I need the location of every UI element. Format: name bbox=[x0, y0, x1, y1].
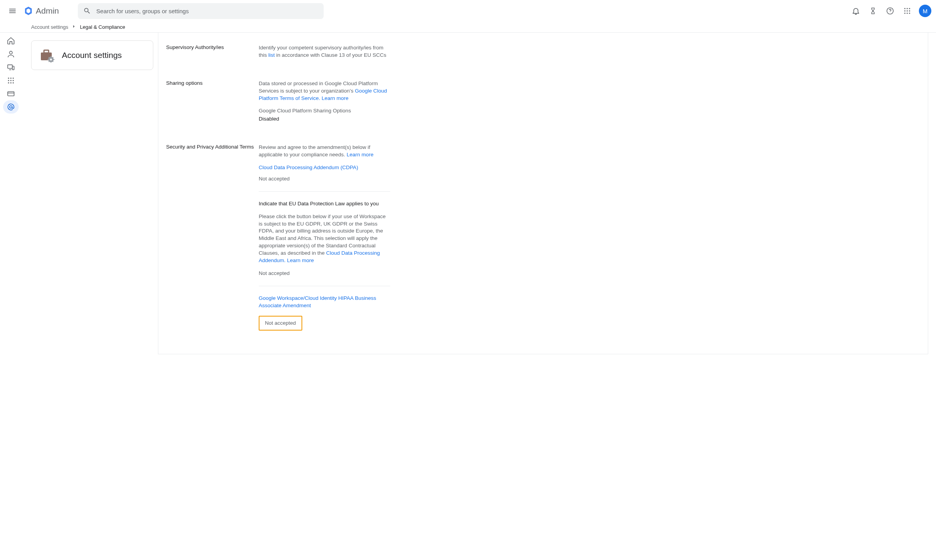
supervisory-list-link[interactable]: list bbox=[268, 52, 275, 58]
search-bar[interactable] bbox=[78, 3, 324, 19]
hourglass-icon bbox=[869, 7, 877, 15]
left-column: Account settings bbox=[22, 33, 158, 354]
svg-rect-12 bbox=[12, 66, 14, 70]
main-menu-button[interactable] bbox=[5, 3, 20, 19]
svg-point-5 bbox=[906, 10, 908, 11]
avatar-letter: M bbox=[923, 8, 928, 14]
account-settings-card[interactable]: Account settings bbox=[31, 40, 153, 70]
nav-devices[interactable] bbox=[3, 61, 19, 74]
apps-grid-icon bbox=[904, 7, 911, 14]
tasks-button[interactable] bbox=[865, 3, 881, 19]
nav-home[interactable] bbox=[3, 34, 19, 47]
card-title: Account settings bbox=[62, 51, 122, 60]
divider bbox=[259, 286, 390, 286]
eu-status: Not accepted bbox=[259, 270, 390, 277]
svg-point-17 bbox=[10, 80, 11, 81]
svg-point-18 bbox=[12, 80, 14, 81]
apps-launcher-button[interactable] bbox=[899, 3, 915, 19]
svg-line-34 bbox=[49, 61, 49, 62]
row-security-privacy: Security and Privacy Additional Terms Re… bbox=[166, 144, 920, 331]
svg-point-19 bbox=[8, 82, 9, 83]
row-sharing-options: Sharing options Data stored or processed… bbox=[166, 80, 920, 128]
home-icon bbox=[7, 37, 15, 45]
cdpa-link[interactable]: Cloud Data Processing Addendum (CDPA) bbox=[259, 164, 390, 172]
app-header: Admin M bbox=[0, 0, 936, 22]
eu-heading: Indicate that EU Data Protection Law app… bbox=[259, 200, 390, 208]
help-icon bbox=[886, 7, 894, 15]
svg-point-1 bbox=[904, 8, 905, 9]
nav-apps[interactable] bbox=[3, 74, 19, 87]
svg-point-23 bbox=[10, 106, 12, 108]
svg-point-27 bbox=[50, 59, 52, 61]
svg-line-35 bbox=[53, 57, 54, 58]
svg-point-4 bbox=[904, 10, 905, 11]
sharing-learn-more-link[interactable]: Learn more bbox=[322, 95, 349, 101]
nav-directory[interactable] bbox=[3, 47, 19, 61]
admin-hexagon-icon bbox=[23, 6, 33, 16]
breadcrumb-current: Legal & Compliance bbox=[80, 24, 125, 30]
eu-desc-text: Please click the button below if your us… bbox=[259, 214, 386, 256]
desc-text-2: in accordance with Clause 13 of your EU … bbox=[275, 52, 386, 58]
sharing-value: Disabled bbox=[259, 116, 390, 123]
svg-point-16 bbox=[8, 80, 9, 81]
svg-point-6 bbox=[909, 10, 910, 11]
breadcrumb-parent[interactable]: Account settings bbox=[31, 24, 68, 30]
row-label: Sharing options bbox=[166, 80, 259, 128]
svg-rect-25 bbox=[44, 50, 49, 53]
divider bbox=[259, 191, 390, 192]
settings-panel: Supervisory Authority/ies Identify your … bbox=[158, 33, 928, 354]
nav-billing[interactable] bbox=[3, 87, 19, 100]
svg-point-7 bbox=[904, 12, 905, 14]
app-logo[interactable]: Admin bbox=[23, 6, 59, 16]
chevron-right-icon bbox=[71, 24, 77, 30]
svg-point-14 bbox=[10, 77, 11, 79]
main-column: Supervisory Authority/ies Identify your … bbox=[158, 33, 936, 354]
briefcase-gear-icon bbox=[40, 49, 54, 61]
content-area: Account settings Supervisory Authority/i… bbox=[0, 33, 936, 354]
person-icon bbox=[7, 50, 15, 58]
row-supervisory-authority: Supervisory Authority/ies Identify your … bbox=[166, 44, 920, 65]
svg-point-3 bbox=[909, 8, 910, 9]
svg-line-33 bbox=[53, 61, 54, 62]
svg-rect-22 bbox=[8, 92, 14, 96]
cdpa-status: Not accepted bbox=[259, 175, 390, 183]
header-actions: M bbox=[848, 3, 931, 19]
search-icon bbox=[83, 7, 91, 15]
nav-account[interactable] bbox=[3, 100, 19, 114]
svg-point-15 bbox=[12, 77, 14, 79]
svg-point-10 bbox=[9, 51, 12, 54]
app-title: Admin bbox=[36, 6, 59, 16]
row-body: Identify your competent supervisory auth… bbox=[259, 44, 390, 65]
devices-icon bbox=[7, 63, 15, 72]
hamburger-icon bbox=[8, 7, 17, 15]
svg-line-32 bbox=[49, 57, 49, 58]
notifications-button[interactable] bbox=[848, 3, 864, 19]
row-label: Security and Privacy Additional Terms bbox=[166, 144, 259, 331]
hipaa-status: Not accepted bbox=[265, 320, 296, 326]
at-sign-icon bbox=[7, 103, 15, 111]
svg-point-20 bbox=[10, 82, 11, 83]
breadcrumb: Account settings Legal & Compliance bbox=[0, 22, 936, 33]
account-avatar[interactable]: M bbox=[919, 5, 931, 17]
help-button[interactable] bbox=[882, 3, 898, 19]
left-nav-rail bbox=[0, 33, 22, 354]
svg-rect-11 bbox=[8, 65, 12, 68]
svg-point-9 bbox=[909, 12, 910, 14]
svg-point-13 bbox=[8, 77, 9, 79]
security-learn-more-link[interactable]: Learn more bbox=[347, 152, 373, 158]
hipaa-status-highlight: Not accepted bbox=[259, 316, 302, 331]
hipaa-link[interactable]: Google Workspace/Cloud Identity HIPAA Bu… bbox=[259, 295, 390, 310]
apps-icon bbox=[7, 77, 14, 84]
row-label: Supervisory Authority/ies bbox=[166, 44, 259, 65]
search-input[interactable] bbox=[96, 8, 318, 14]
card-icon bbox=[7, 89, 15, 98]
eu-learn-more-link[interactable]: Learn more bbox=[287, 257, 314, 263]
svg-point-21 bbox=[12, 82, 14, 83]
bell-icon bbox=[852, 7, 860, 15]
svg-point-8 bbox=[906, 12, 908, 14]
sharing-sublabel: Google Cloud Platform Sharing Options bbox=[259, 107, 390, 115]
row-body: Review and agree to the amendment(s) bel… bbox=[259, 144, 390, 331]
row-body: Data stored or processed in Google Cloud… bbox=[259, 80, 390, 128]
svg-point-2 bbox=[906, 8, 908, 9]
